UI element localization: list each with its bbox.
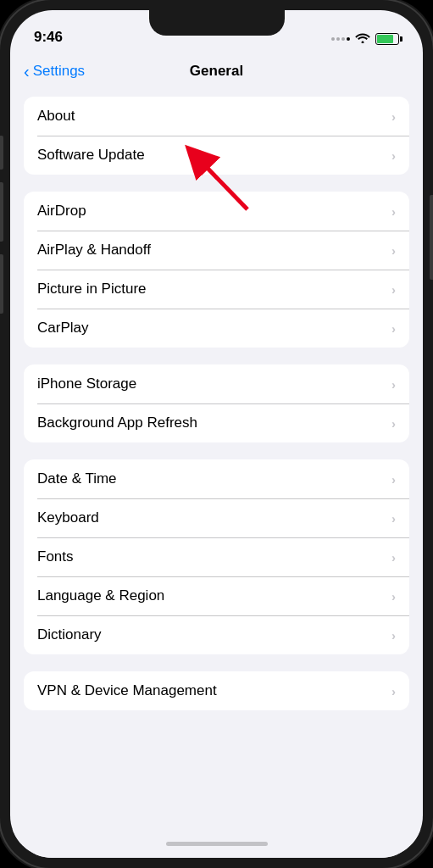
settings-item-iphone-storage[interactable]: iPhone Storage › (24, 364, 409, 403)
settings-item-vpn-device-management[interactable]: VPN & Device Management › (24, 671, 409, 710)
home-indicator (10, 829, 423, 858)
wifi-icon (355, 32, 370, 46)
settings-item-language-region[interactable]: Language & Region › (24, 576, 409, 615)
settings-group-1: About › Software Update › (24, 97, 409, 175)
section-3: iPhone Storage › Background App Refresh … (10, 364, 423, 442)
phone-screen: 9:46 ‹ Set (10, 10, 423, 858)
chevron-right-icon: › (391, 589, 396, 604)
chevron-right-icon: › (391, 550, 396, 565)
chevron-right-icon: › (391, 377, 396, 392)
battery-fill (377, 35, 393, 43)
volume-up-button (0, 182, 3, 242)
settings-item-keyboard[interactable]: Keyboard › (24, 498, 409, 537)
chevron-right-icon: › (391, 472, 396, 487)
settings-item-software-update[interactable]: Software Update › (24, 136, 409, 175)
chevron-right-icon: › (391, 109, 396, 124)
settings-item-date-time[interactable]: Date & Time › (24, 459, 409, 498)
settings-item-airplay-handoff[interactable]: AirPlay & Handoff › (24, 231, 409, 270)
settings-item-background-app-refresh[interactable]: Background App Refresh › (24, 403, 409, 442)
back-button[interactable]: ‹ Settings (24, 63, 85, 80)
settings-item-picture-in-picture[interactable]: Picture in Picture › (24, 270, 409, 309)
signal-icon (331, 37, 350, 41)
chevron-right-icon: › (391, 282, 396, 297)
page-title: General (190, 63, 243, 80)
power-button (430, 195, 433, 280)
volume-down-button (0, 254, 3, 314)
chevron-right-icon: › (391, 511, 396, 526)
back-label: Settings (33, 63, 85, 80)
settings-content: About › Software Update › AirDrop › (10, 90, 423, 829)
settings-group-4: Date & Time › Keyboard › Fonts › Languag… (24, 459, 409, 654)
chevron-right-icon: › (391, 684, 396, 698)
section-5: VPN & Device Management › (10, 671, 423, 710)
settings-group-3: iPhone Storage › Background App Refresh … (24, 364, 409, 442)
phone-frame: 9:46 ‹ Set (0, 0, 433, 868)
home-bar (166, 842, 268, 846)
section-2: AirDrop › AirPlay & Handoff › Picture in… (10, 192, 423, 348)
volume-silent-button (0, 136, 3, 170)
chevron-right-icon: › (391, 148, 396, 163)
chevron-right-icon: › (391, 243, 396, 258)
chevron-right-icon: › (391, 628, 396, 643)
settings-item-airdrop[interactable]: AirDrop › (24, 192, 409, 231)
section-1: About › Software Update › (10, 97, 423, 175)
settings-item-dictionary[interactable]: Dictionary › (24, 615, 409, 654)
settings-item-about[interactable]: About › (24, 97, 409, 136)
chevron-right-icon: › (391, 204, 396, 219)
battery-icon (375, 33, 399, 45)
settings-item-carplay[interactable]: CarPlay › (24, 309, 409, 348)
status-icons (331, 32, 399, 46)
back-chevron-icon: ‹ (24, 63, 30, 80)
section-4: Date & Time › Keyboard › Fonts › Languag… (10, 459, 423, 654)
navigation-bar: ‹ Settings General (10, 53, 423, 90)
settings-group-2: AirDrop › AirPlay & Handoff › Picture in… (24, 192, 409, 348)
notch (149, 10, 285, 36)
status-time: 9:46 (34, 29, 63, 46)
settings-item-fonts[interactable]: Fonts › (24, 537, 409, 576)
settings-group-5: VPN & Device Management › (24, 671, 409, 710)
chevron-right-icon: › (391, 321, 396, 336)
chevron-right-icon: › (391, 416, 396, 431)
